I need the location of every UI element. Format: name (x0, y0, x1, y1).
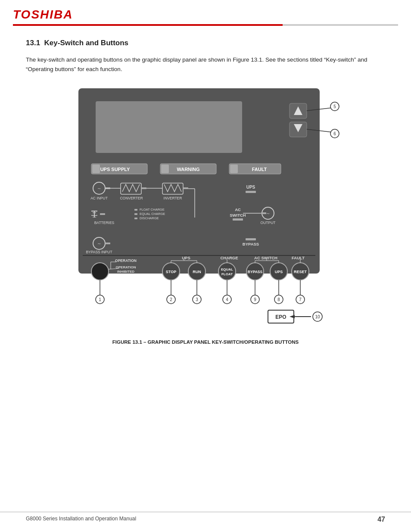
svg-text:INVERTER: INVERTER (164, 196, 182, 200)
figure-panel: SCROLL 5 6 UPS SUPPLY (70, 84, 341, 335)
svg-point-80 (218, 263, 236, 280)
svg-rect-62 (105, 243, 110, 244)
svg-rect-57 (261, 212, 266, 214)
svg-text:9: 9 (254, 297, 256, 302)
svg-rect-46 (134, 209, 137, 211)
svg-text:OPERATION: OPERATION (116, 265, 136, 269)
svg-text:5: 5 (333, 104, 336, 109)
svg-text:INHIBITED: INHIBITED (117, 270, 134, 274)
figure-caption: FIGURE 13.1 – GRAPHIC DISPLAY PANEL KEY-… (112, 339, 299, 345)
svg-text:CONVERTER: CONVERTER (120, 196, 143, 200)
page-content: 13.1 Key-Switch and Buttons The key-swit… (0, 26, 411, 366)
svg-rect-20 (230, 165, 238, 173)
header-rule (13, 24, 398, 26)
svg-text:FAULT: FAULT (292, 255, 305, 260)
svg-rect-17 (161, 165, 169, 173)
svg-text:RUN: RUN (193, 270, 201, 274)
page-footer: G8000 Series Installation and Operation … (0, 512, 411, 523)
manual-title: G8000 Series Installation and Operation … (26, 516, 136, 523)
page-number: 47 (377, 516, 385, 523)
svg-text:DISCHARGE: DISCHARGE (140, 216, 159, 220)
svg-text:BYPASS INPUT: BYPASS INPUT (86, 250, 112, 254)
svg-point-68 (91, 263, 109, 280)
svg-text:FAULT: FAULT (252, 167, 267, 172)
svg-rect-35 (246, 191, 256, 193)
svg-rect-31 (183, 187, 188, 189)
toshiba-logo: TOSHIBA (13, 8, 73, 22)
svg-text:EQUAL CHARGE: EQUAL CHARGE (140, 212, 165, 216)
svg-text:∼: ∼ (97, 186, 101, 191)
svg-text:FLOAT CHARGE: FLOAT CHARGE (140, 208, 165, 212)
svg-text:3: 3 (196, 297, 198, 302)
svg-text:∼: ∼ (266, 211, 270, 216)
svg-text:6: 6 (333, 131, 336, 136)
svg-text:STOP: STOP (166, 270, 176, 274)
section-body: The key-switch and operating buttons on … (26, 55, 385, 74)
svg-text:UPS: UPS (182, 255, 190, 260)
svg-text:EPO: EPO (275, 314, 286, 320)
svg-text:OUTPUT: OUTPUT (261, 221, 276, 225)
section-title: 13.1 Key-Switch and Buttons (26, 39, 385, 47)
svg-text:7: 7 (299, 297, 302, 302)
svg-rect-1 (96, 101, 242, 153)
svg-text:10: 10 (315, 314, 320, 319)
svg-rect-14 (92, 165, 100, 173)
svg-rect-54 (233, 218, 243, 221)
svg-text:UPS: UPS (246, 185, 255, 190)
svg-text:UPS SUPPLY: UPS SUPPLY (100, 167, 130, 172)
svg-text:2: 2 (170, 297, 172, 302)
svg-rect-44 (100, 213, 105, 215)
svg-text:∼: ∼ (97, 241, 101, 246)
svg-text:RESET: RESET (294, 270, 307, 274)
figure-wrap: SCROLL 5 6 UPS SUPPLY (26, 84, 385, 345)
svg-text:AC: AC (235, 207, 241, 212)
page-header: TOSHIBA (0, 0, 411, 26)
svg-text:CHARGE: CHARGE (220, 255, 238, 260)
svg-text:BYPASS: BYPASS (248, 270, 263, 274)
panel-diagram: SCROLL 5 6 UPS SUPPLY (70, 84, 341, 334)
svg-text:EQUAL: EQUAL (221, 268, 233, 271)
svg-rect-48 (134, 213, 137, 215)
svg-text:OPERATION: OPERATION (115, 258, 137, 263)
svg-text:AC INPUT: AC INPUT (90, 196, 108, 200)
svg-text:FLOAT: FLOAT (221, 272, 233, 276)
svg-text:BYPASS: BYPASS (243, 242, 259, 246)
svg-text:AC SWITCH: AC SWITCH (254, 255, 277, 260)
svg-text:8: 8 (277, 297, 280, 302)
svg-rect-27 (141, 187, 146, 189)
svg-rect-50 (134, 218, 137, 219)
svg-text:BATTERIES: BATTERIES (94, 221, 115, 225)
svg-text:4: 4 (226, 297, 228, 302)
svg-text:1: 1 (99, 297, 101, 302)
svg-text:WARNING: WARNING (177, 167, 199, 172)
svg-rect-64 (246, 238, 256, 240)
svg-text:UPS: UPS (275, 270, 283, 274)
